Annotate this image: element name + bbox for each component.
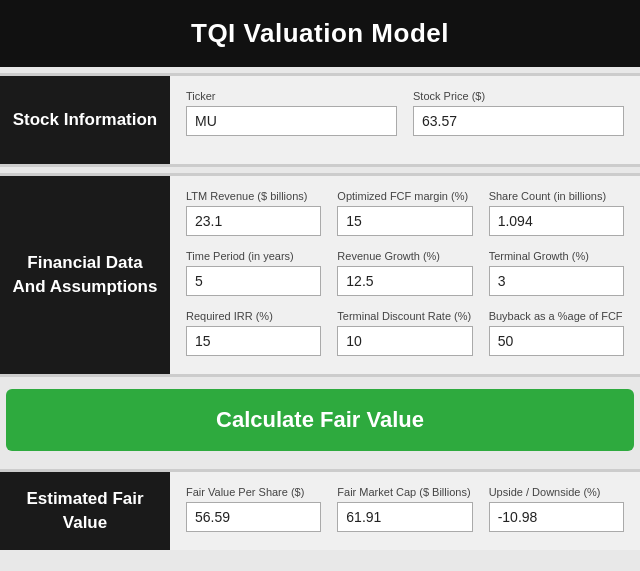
revenue-growth-label: Revenue Growth (%) xyxy=(337,250,472,262)
revenue-growth-input[interactable] xyxy=(337,266,472,296)
stock-price-label: Stock Price ($) xyxy=(413,90,624,102)
financial-data-label: Financial Data And Assumptions xyxy=(0,176,170,374)
time-period-group: Time Period (in years) xyxy=(186,250,321,296)
stock-information-content: Ticker Stock Price ($) xyxy=(170,76,640,164)
financial-row-1: LTM Revenue ($ billions) Optimized FCF m… xyxy=(186,190,624,236)
share-count-input[interactable] xyxy=(489,206,624,236)
revenue-growth-group: Revenue Growth (%) xyxy=(337,250,472,296)
buyback-group: Buyback as a %age of FCF xyxy=(489,310,624,356)
share-count-group: Share Count (in billions) xyxy=(489,190,624,236)
required-irr-input[interactable] xyxy=(186,326,321,356)
stock-information-label: Stock Information xyxy=(0,76,170,164)
terminal-discount-group: Terminal Discount Rate (%) xyxy=(337,310,472,356)
time-period-input[interactable] xyxy=(186,266,321,296)
page-title: TQI Valuation Model xyxy=(0,0,640,67)
terminal-discount-input[interactable] xyxy=(337,326,472,356)
stock-price-input[interactable] xyxy=(413,106,624,136)
terminal-growth-group: Terminal Growth (%) xyxy=(489,250,624,296)
required-irr-label: Required IRR (%) xyxy=(186,310,321,322)
fcf-margin-input[interactable] xyxy=(337,206,472,236)
ltm-revenue-input[interactable] xyxy=(186,206,321,236)
fair-value-per-share-input[interactable] xyxy=(186,502,321,532)
financial-data-section: Financial Data And Assumptions LTM Reven… xyxy=(0,173,640,377)
fair-value-section: Estimated Fair Value Fair Value Per Shar… xyxy=(0,469,640,550)
time-period-label: Time Period (in years) xyxy=(186,250,321,262)
fair-value-label: Estimated Fair Value xyxy=(0,472,170,550)
terminal-growth-label: Terminal Growth (%) xyxy=(489,250,624,262)
fair-market-cap-input[interactable] xyxy=(337,502,472,532)
fair-value-per-share-label: Fair Value Per Share ($) xyxy=(186,486,321,498)
financial-row-2: Time Period (in years) Revenue Growth (%… xyxy=(186,250,624,296)
fair-value-row: Fair Value Per Share ($) Fair Market Cap… xyxy=(186,486,624,532)
ticker-label: Ticker xyxy=(186,90,397,102)
stock-information-section: Stock Information Ticker Stock Price ($) xyxy=(0,73,640,167)
fair-value-per-share-group: Fair Value Per Share ($) xyxy=(186,486,321,532)
share-count-label: Share Count (in billions) xyxy=(489,190,624,202)
fair-market-cap-group: Fair Market Cap ($ Billions) xyxy=(337,486,472,532)
ticker-field-group: Ticker xyxy=(186,90,397,136)
terminal-discount-label: Terminal Discount Rate (%) xyxy=(337,310,472,322)
upside-downside-label: Upside / Downside (%) xyxy=(489,486,624,498)
upside-downside-input[interactable] xyxy=(489,502,624,532)
calculate-fair-value-button[interactable]: Calculate Fair Value xyxy=(6,389,634,451)
fcf-margin-group: Optimized FCF margin (%) xyxy=(337,190,472,236)
financial-data-content: LTM Revenue ($ billions) Optimized FCF m… xyxy=(170,176,640,374)
fair-value-content: Fair Value Per Share ($) Fair Market Cap… xyxy=(170,472,640,550)
calculate-section: Calculate Fair Value xyxy=(0,377,640,463)
buyback-input[interactable] xyxy=(489,326,624,356)
fair-market-cap-label: Fair Market Cap ($ Billions) xyxy=(337,486,472,498)
stock-price-field-group: Stock Price ($) xyxy=(413,90,624,136)
ticker-input[interactable] xyxy=(186,106,397,136)
ltm-revenue-label: LTM Revenue ($ billions) xyxy=(186,190,321,202)
financial-row-3: Required IRR (%) Terminal Discount Rate … xyxy=(186,310,624,356)
upside-downside-group: Upside / Downside (%) xyxy=(489,486,624,532)
required-irr-group: Required IRR (%) xyxy=(186,310,321,356)
terminal-growth-input[interactable] xyxy=(489,266,624,296)
ltm-revenue-group: LTM Revenue ($ billions) xyxy=(186,190,321,236)
fcf-margin-label: Optimized FCF margin (%) xyxy=(337,190,472,202)
stock-fields-row: Ticker Stock Price ($) xyxy=(186,90,624,136)
buyback-label: Buyback as a %age of FCF xyxy=(489,310,624,322)
